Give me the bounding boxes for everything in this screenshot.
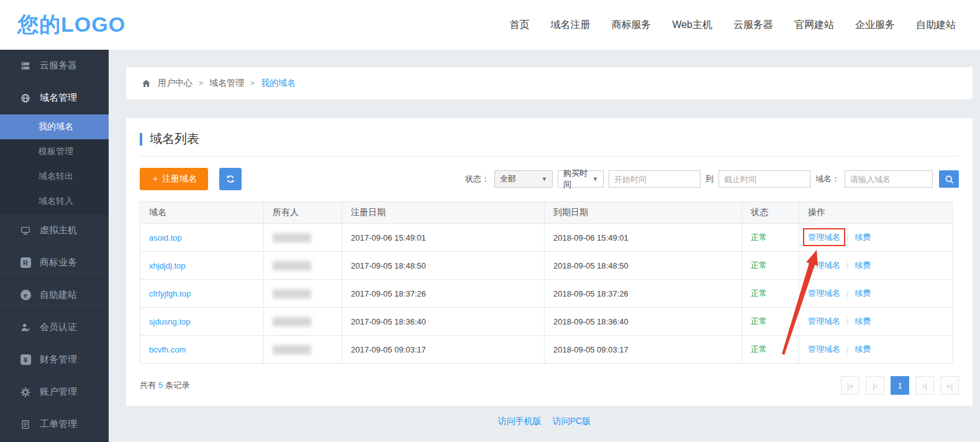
pagination-page-1-button[interactable]: 1 xyxy=(891,376,909,395)
sidebar-item-member-verification[interactable]: 会员认证 xyxy=(0,311,109,344)
owner-blur xyxy=(273,345,311,354)
nav-item-enterprise-service[interactable]: 企业服务 xyxy=(845,19,905,32)
sidebar-item-domain-management[interactable]: 域名管理 xyxy=(0,82,109,114)
nav-item-home[interactable]: 首页 xyxy=(499,19,540,32)
renew-link[interactable]: 续费 xyxy=(855,316,871,326)
domain-link[interactable]: asoid.top xyxy=(149,233,182,242)
sidebar-subitem-template-management[interactable]: 模板管理 xyxy=(0,139,109,164)
domain-list-card: 域名列表 ＋ 注册域名 状态： 全部 ▼ 购买时间 xyxy=(126,118,973,406)
member-icon xyxy=(20,322,31,333)
title-divider xyxy=(140,156,959,157)
table-row: bcvfh.com 2017-09-05 09:03:17 2018-09-05… xyxy=(140,336,953,364)
expire-date: 2018-09-05 18:36:40 xyxy=(545,308,742,336)
sidebar-item-label: 自助建站 xyxy=(40,289,77,301)
domain-link[interactable]: bcvfh.com xyxy=(149,345,186,354)
action-separator: | xyxy=(846,288,848,298)
time-type-select[interactable]: 购买时间 ▼ xyxy=(558,170,604,188)
registered-date: 2017-09-05 18:36:40 xyxy=(342,308,545,336)
ticket-icon xyxy=(20,419,31,430)
nav-item-official-site[interactable]: 官网建站 xyxy=(784,19,845,32)
table-row: xhjdjdj.top 2017-09-05 18:48:50 2018-09-… xyxy=(140,252,953,280)
nav-item-cloud-server[interactable]: 云服务器 xyxy=(723,19,784,32)
logo[interactable]: 您的LOGO xyxy=(17,11,125,39)
manage-domain-link[interactable]: 管理域名 xyxy=(808,344,840,354)
domain-table: 域名 所有人 注册日期 到期日期 状态 操作 asoid.top 2017-09… xyxy=(140,201,953,364)
sidebar-item-label: 账户管理 xyxy=(40,386,77,398)
status-select[interactable]: 全部 ▼ xyxy=(494,170,553,188)
sidebar-item-virtual-host[interactable]: 虚拟主机 xyxy=(0,214,109,247)
breadcrumb-separator: > xyxy=(250,79,255,88)
owner-blur xyxy=(273,317,311,326)
refresh-button[interactable] xyxy=(219,168,242,190)
start-date-input[interactable] xyxy=(609,170,701,188)
manage-domain-link[interactable]: 管理域名 xyxy=(808,288,840,298)
expire-date: 2018-09-05 18:48:50 xyxy=(545,252,742,280)
record-count: 共有5条记录 xyxy=(140,380,189,391)
domain-link[interactable]: cfrfyjfgh.top xyxy=(149,289,191,298)
pagination-last-button[interactable]: »| xyxy=(940,376,959,395)
toolbar: ＋ 注册域名 状态： 全部 ▼ 购买时间 ▼ 到 xyxy=(140,168,959,190)
register-domain-button[interactable]: ＋ 注册域名 xyxy=(140,168,208,190)
column-header-owner: 所有人 xyxy=(264,202,342,224)
nav-item-trademark-service[interactable]: 商标服务 xyxy=(601,19,661,32)
sidebar-item-site-builder[interactable]: e 自助建站 xyxy=(0,279,109,311)
sidebar-subitem-my-domains[interactable]: 我的域名 xyxy=(0,114,109,139)
manage-domain-link[interactable]: 管理域名 xyxy=(808,260,840,270)
action-separator: | xyxy=(846,344,848,354)
search-button[interactable] xyxy=(939,170,959,188)
breadcrumb-domain-management[interactable]: 域名管理 xyxy=(209,78,244,89)
end-date-input[interactable] xyxy=(719,170,810,188)
sidebar-subitem-domain-transfer-out[interactable]: 域名转出 xyxy=(0,164,109,189)
manage-domain-link[interactable]: 管理域名 xyxy=(808,233,840,242)
table-footer: 共有5条记录 |« |‹ 1 ›| »| xyxy=(140,376,959,395)
sidebar-item-trademark[interactable]: R 商标业务 xyxy=(0,247,109,279)
pc-version-link[interactable]: 访问PC版 xyxy=(553,416,591,426)
column-header-expires: 到期日期 xyxy=(545,202,742,224)
status-badge: 正常 xyxy=(742,280,799,308)
action-separator: | xyxy=(846,260,848,270)
status-badge: 正常 xyxy=(742,336,799,364)
breadcrumb: 用户中心 > 域名管理 > 我的域名 xyxy=(126,67,973,99)
pagination-first-button[interactable]: |« xyxy=(841,376,860,395)
to-label: 到 xyxy=(706,173,714,185)
column-header-domain: 域名 xyxy=(140,202,264,224)
domain-filter-label: 域名： xyxy=(815,173,840,185)
owner-blur xyxy=(273,289,311,298)
domain-link[interactable]: sjdusng.top xyxy=(149,317,191,326)
sidebar-subitem-domain-transfer-in[interactable]: 域名转入 xyxy=(0,189,109,214)
expire-date: 2018-09-05 18:37:26 xyxy=(545,280,742,308)
record-count-number: 5 xyxy=(158,380,163,390)
nav-item-web-hosting[interactable]: Web主机 xyxy=(661,19,723,32)
sidebar-item-label: 云服务器 xyxy=(40,60,77,71)
sidebar-item-cloud-server[interactable]: 云服务器 xyxy=(0,50,109,82)
manage-domain-link[interactable]: 管理域名 xyxy=(808,316,840,326)
renew-link[interactable]: 续费 xyxy=(855,260,871,270)
renew-link[interactable]: 续费 xyxy=(855,288,871,298)
nav-item-self-build[interactable]: 自助建站 xyxy=(905,19,966,32)
column-header-actions: 操作 xyxy=(799,202,953,224)
renew-link[interactable]: 续费 xyxy=(855,233,871,242)
sidebar-item-label: 会员认证 xyxy=(40,321,77,333)
mobile-version-link[interactable]: 访问手机版 xyxy=(498,416,542,426)
table-row: sjdusng.top 2017-09-05 18:36:40 2018-09-… xyxy=(140,308,953,336)
card-title-row: 域名列表 xyxy=(140,131,959,147)
registered-date: 2017-09-05 18:48:50 xyxy=(342,252,545,280)
renew-link[interactable]: 续费 xyxy=(855,344,871,354)
sidebar-submenu-domain: 我的域名 模板管理 域名转出 域名转入 xyxy=(0,114,109,214)
domain-link[interactable]: xhjdjdj.top xyxy=(149,261,186,270)
sidebar-item-finance[interactable]: ¥ 财务管理 xyxy=(0,344,109,376)
sidebar-item-account[interactable]: 账户管理 xyxy=(0,376,109,408)
status-badge: 正常 xyxy=(742,224,799,252)
breadcrumb-my-domains[interactable]: 我的域名 xyxy=(261,78,296,89)
domain-search-input[interactable] xyxy=(845,170,933,188)
chevron-down-icon: ▼ xyxy=(592,176,598,182)
breadcrumb-user-center[interactable]: 用户中心 xyxy=(158,78,193,89)
pagination-prev-button[interactable]: |‹ xyxy=(866,376,884,395)
table-header-row: 域名 所有人 注册日期 到期日期 状态 操作 xyxy=(140,202,953,224)
pagination-next-button[interactable]: ›| xyxy=(915,376,934,395)
home-icon xyxy=(141,78,152,89)
host-icon xyxy=(20,225,31,236)
sidebar-item-work-orders[interactable]: 工单管理 xyxy=(0,408,109,441)
toolbar-left: ＋ 注册域名 xyxy=(140,168,242,190)
nav-item-domain-register[interactable]: 域名注册 xyxy=(540,19,601,32)
